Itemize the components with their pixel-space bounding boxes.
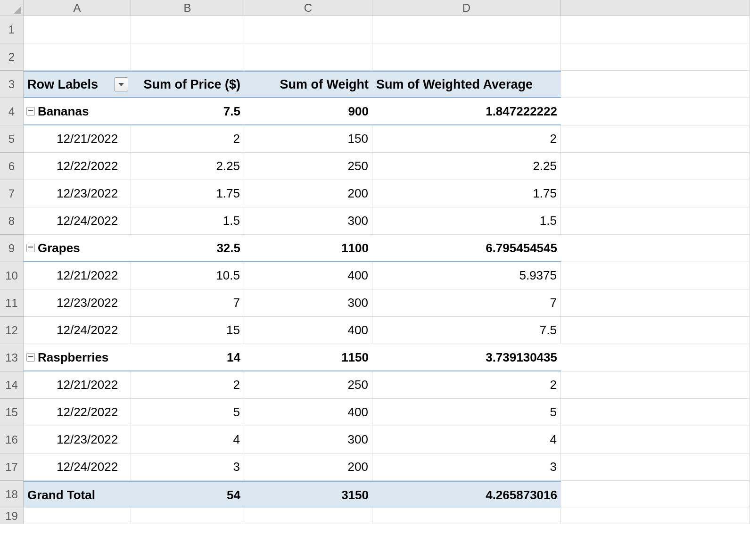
group-weight[interactable]: 1100	[244, 235, 372, 262]
row-header-7[interactable]: 7	[0, 180, 24, 207]
grand-total-label[interactable]: Grand Total	[24, 481, 131, 508]
row-header-11[interactable]: 11	[0, 289, 24, 317]
detail-row-weight[interactable]: 300	[244, 289, 372, 317]
detail-row-wavg[interactable]: 7	[372, 289, 561, 317]
detail-row-price[interactable]: 1.75	[131, 180, 244, 207]
detail-row-wavg[interactable]: 5.9375	[372, 262, 561, 289]
detail-row-weight[interactable]: 300	[244, 207, 372, 235]
collapse-button[interactable]: −	[26, 107, 35, 115]
detail-row-label[interactable]: 12/24/2022	[24, 453, 131, 481]
cell[interactable]	[561, 180, 750, 207]
detail-row-label[interactable]: 12/23/2022	[24, 426, 131, 453]
group-wavg[interactable]: 3.739130435	[372, 344, 561, 371]
detail-row-price[interactable]: 4	[131, 426, 244, 453]
detail-row-price[interactable]: 10.5	[131, 262, 244, 289]
col-header-B[interactable]: B	[131, 0, 244, 16]
cell[interactable]	[561, 43, 750, 71]
group-price[interactable]: 14	[131, 344, 244, 371]
detail-row-label[interactable]: 12/21/2022	[24, 371, 131, 399]
cell[interactable]	[131, 508, 244, 524]
detail-row-price[interactable]: 3	[131, 453, 244, 481]
detail-row-weight[interactable]: 300	[244, 426, 372, 453]
detail-row-wavg[interactable]: 5	[372, 399, 561, 426]
detail-row-wavg[interactable]: 2.25	[372, 153, 561, 180]
detail-row-wavg[interactable]: 1.75	[372, 180, 561, 207]
detail-row-label[interactable]: 12/22/2022	[24, 153, 131, 180]
row-header-14[interactable]: 14	[0, 371, 24, 399]
detail-row-weight[interactable]: 250	[244, 371, 372, 399]
col-header-A[interactable]: A	[24, 0, 131, 16]
cell[interactable]	[561, 399, 750, 426]
cell[interactable]	[561, 289, 750, 317]
cell[interactable]	[131, 16, 244, 43]
cell[interactable]	[561, 207, 750, 235]
group-weight[interactable]: 1150	[244, 344, 372, 371]
cell[interactable]	[561, 16, 750, 43]
select-all-corner[interactable]	[0, 0, 24, 16]
detail-row-weight[interactable]: 400	[244, 317, 372, 344]
pivot-header-rowlabels[interactable]: Row Labels	[24, 71, 131, 98]
cell[interactable]	[561, 344, 750, 371]
group-row-grapes[interactable]: −Grapes	[24, 235, 131, 262]
cell[interactable]	[561, 125, 750, 153]
row-header-12[interactable]: 12	[0, 317, 24, 344]
detail-row-label[interactable]: 12/22/2022	[24, 399, 131, 426]
detail-row-weight[interactable]: 200	[244, 180, 372, 207]
cell[interactable]	[131, 43, 244, 71]
cell[interactable]	[561, 235, 750, 262]
detail-row-price[interactable]: 15	[131, 317, 244, 344]
detail-row-wavg[interactable]: 1.5	[372, 207, 561, 235]
detail-row-price[interactable]: 2	[131, 125, 244, 153]
pivot-header-weight[interactable]: Sum of Weight	[244, 71, 372, 98]
row-header-3[interactable]: 3	[0, 71, 24, 98]
detail-row-weight[interactable]: 250	[244, 153, 372, 180]
group-price[interactable]: 7.5	[131, 98, 244, 125]
row-header-4[interactable]: 4	[0, 98, 24, 125]
detail-row-price[interactable]: 2	[131, 371, 244, 399]
cell[interactable]	[561, 453, 750, 481]
detail-row-wavg[interactable]: 7.5	[372, 317, 561, 344]
group-wavg[interactable]: 6.795454545	[372, 235, 561, 262]
detail-row-label[interactable]: 12/23/2022	[24, 289, 131, 317]
cell[interactable]	[372, 508, 561, 524]
col-header-extra[interactable]	[561, 0, 750, 16]
row-header-1[interactable]: 1	[0, 16, 24, 43]
row-header-15[interactable]: 15	[0, 399, 24, 426]
collapse-button[interactable]: −	[26, 244, 35, 252]
cell[interactable]	[561, 262, 750, 289]
row-header-13[interactable]: 13	[0, 344, 24, 371]
detail-row-weight[interactable]: 400	[244, 262, 372, 289]
detail-row-label[interactable]: 12/21/2022	[24, 262, 131, 289]
row-header-2[interactable]: 2	[0, 43, 24, 71]
cell[interactable]	[561, 98, 750, 125]
cell[interactable]	[244, 508, 372, 524]
detail-row-weight[interactable]: 200	[244, 453, 372, 481]
detail-row-wavg[interactable]: 4	[372, 426, 561, 453]
group-row-bananas[interactable]: −Bananas	[24, 98, 131, 125]
cell[interactable]	[561, 317, 750, 344]
col-header-D[interactable]: D	[372, 0, 561, 16]
col-header-C[interactable]: C	[244, 0, 372, 16]
grand-total-wavg[interactable]: 4.265873016	[372, 481, 561, 508]
detail-row-price[interactable]: 5	[131, 399, 244, 426]
cell[interactable]	[561, 481, 750, 508]
detail-row-label[interactable]: 12/23/2022	[24, 180, 131, 207]
cell[interactable]	[372, 43, 561, 71]
row-header-16[interactable]: 16	[0, 426, 24, 453]
cell[interactable]	[244, 43, 372, 71]
pivot-header-wavg[interactable]: Sum of Weighted Average	[372, 71, 561, 98]
detail-row-wavg[interactable]: 2	[372, 371, 561, 399]
row-header-19[interactable]: 19	[0, 508, 24, 524]
cell[interactable]	[561, 153, 750, 180]
detail-row-weight[interactable]: 150	[244, 125, 372, 153]
row-header-9[interactable]: 9	[0, 235, 24, 262]
row-header-10[interactable]: 10	[0, 262, 24, 289]
cell[interactable]	[24, 508, 131, 524]
detail-row-price[interactable]: 7	[131, 289, 244, 317]
detail-row-label[interactable]: 12/24/2022	[24, 207, 131, 235]
detail-row-label[interactable]: 12/21/2022	[24, 125, 131, 153]
cell[interactable]	[561, 371, 750, 399]
cell[interactable]	[561, 426, 750, 453]
grand-total-price[interactable]: 54	[131, 481, 244, 508]
cell[interactable]	[24, 16, 131, 43]
